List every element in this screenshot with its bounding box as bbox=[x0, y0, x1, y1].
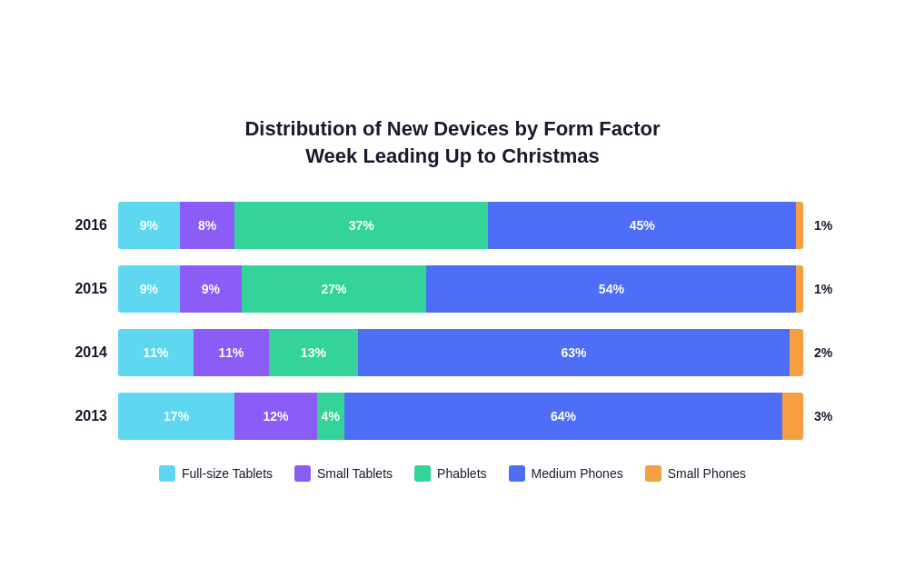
bar-track: 17%12%4%64% bbox=[118, 393, 803, 440]
bar-segment-fullsize_tablets: 17% bbox=[118, 393, 234, 440]
bar-segment-small_phones bbox=[782, 393, 803, 440]
bar-row: 20159%9%27%54%1% bbox=[62, 265, 843, 313]
bar-segment-medium_phones: 45% bbox=[488, 202, 796, 249]
legend-label-fullsize_tablets: Full-size Tablets bbox=[182, 466, 273, 481]
legend-item-fullsize_tablets: Full-size Tablets bbox=[159, 465, 273, 482]
trailing-label: 1% bbox=[814, 282, 843, 296]
year-label: 2016 bbox=[62, 217, 107, 234]
legend: Full-size TabletsSmall TabletsPhabletsMe… bbox=[62, 465, 843, 482]
bar-segment-small_phones bbox=[796, 202, 803, 249]
bar-segment-small_tablets: 9% bbox=[180, 265, 242, 313]
bar-segment-fullsize_tablets: 11% bbox=[118, 329, 194, 376]
legend-item-small_phones: Small Phones bbox=[645, 465, 746, 482]
bar-segment-phablets: 27% bbox=[242, 265, 427, 313]
bar-segment-small_tablets: 11% bbox=[194, 329, 269, 376]
chart-container: Distribution of New Devices by Form Fact… bbox=[44, 88, 861, 500]
trailing-label: 3% bbox=[814, 409, 843, 424]
legend-swatch-medium_phones bbox=[509, 465, 525, 482]
legend-label-phablets: Phablets bbox=[437, 466, 486, 481]
bar-segment-phablets: 4% bbox=[317, 393, 344, 440]
bar-track: 9%9%27%54% bbox=[118, 265, 803, 313]
legend-swatch-small_phones bbox=[645, 465, 661, 482]
bar-track: 11%11%13%63% bbox=[118, 329, 803, 376]
bar-row: 20169%8%37%45%1% bbox=[62, 202, 843, 249]
bar-chart: 20169%8%37%45%1%20159%9%27%54%1%201411%1… bbox=[62, 202, 843, 440]
legend-swatch-phablets bbox=[414, 465, 431, 482]
bar-segment-small_phones bbox=[796, 265, 803, 313]
trailing-label: 2% bbox=[814, 345, 843, 360]
title-line2: Week Leading Up to Christmas bbox=[305, 145, 600, 167]
bar-segment-phablets: 13% bbox=[269, 329, 358, 376]
bar-segment-fullsize_tablets: 9% bbox=[118, 202, 180, 249]
chart-title: Distribution of New Devices by Form Fact… bbox=[62, 115, 843, 169]
legend-item-small_tablets: Small Tablets bbox=[294, 465, 393, 482]
bar-segment-medium_phones: 54% bbox=[426, 265, 796, 313]
bar-track: 9%8%37%45% bbox=[118, 202, 803, 249]
bar-segment-medium_phones: 64% bbox=[344, 393, 783, 440]
year-label: 2015 bbox=[62, 281, 107, 297]
bar-row: 201317%12%4%64%3% bbox=[62, 393, 843, 440]
bar-segment-medium_phones: 63% bbox=[358, 329, 790, 376]
legend-item-medium_phones: Medium Phones bbox=[509, 465, 623, 482]
bar-segment-fullsize_tablets: 9% bbox=[118, 265, 180, 313]
legend-label-small_tablets: Small Tablets bbox=[317, 466, 393, 481]
bar-segment-small_tablets: 8% bbox=[180, 202, 234, 249]
trailing-label: 1% bbox=[814, 218, 843, 233]
title-line1: Distribution of New Devices by Form Fact… bbox=[244, 117, 660, 140]
year-label: 2014 bbox=[62, 344, 107, 361]
legend-swatch-small_tablets bbox=[294, 465, 311, 482]
bar-row: 201411%11%13%63%2% bbox=[62, 329, 843, 376]
legend-item-phablets: Phablets bbox=[414, 465, 486, 482]
legend-label-medium_phones: Medium Phones bbox=[532, 466, 623, 481]
bar-segment-phablets: 37% bbox=[234, 202, 488, 249]
bar-segment-small_phones bbox=[790, 329, 803, 376]
year-label: 2013 bbox=[62, 408, 107, 424]
legend-swatch-fullsize_tablets bbox=[159, 465, 175, 482]
legend-label-small_phones: Small Phones bbox=[668, 466, 746, 481]
bar-segment-small_tablets: 12% bbox=[234, 393, 316, 440]
